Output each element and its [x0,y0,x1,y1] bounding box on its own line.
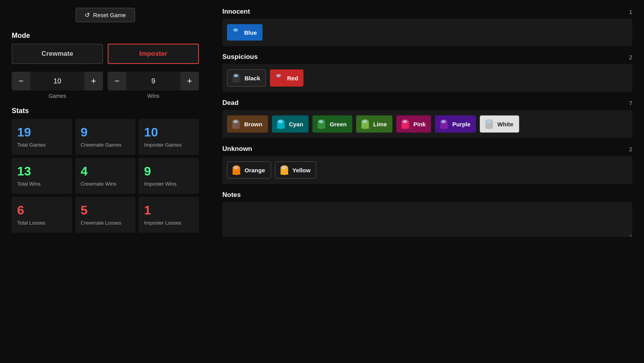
wins-counter-group: − 9 + Wins [108,72,199,99]
stat-label: Total Games [17,142,67,149]
player-chip-brown[interactable]: Brown [227,115,268,133]
player-chip-cyan[interactable]: Cyan [272,115,309,133]
category-unknown: Unknown 2 Orange Yellow [222,145,632,184]
reset-btn-row: ↺ Reset Game [12,8,199,22]
wins-label: Wins [147,93,159,99]
svg-rect-57 [286,172,288,175]
svg-rect-36 [401,126,404,129]
player-icon [273,72,285,84]
imposter-mode-button[interactable]: Imposter [108,44,199,64]
stat-number: 5 [81,203,130,218]
svg-point-19 [233,120,238,123]
player-chip-orange[interactable]: Orange [227,161,271,179]
reset-label: Reset Game [93,12,126,18]
category-body: Brown Cyan Green Lime [222,110,632,138]
category-header: Dead 7 [222,99,632,107]
svg-rect-32 [366,126,369,129]
svg-rect-27 [323,126,325,129]
svg-point-39 [403,120,407,123]
player-chip-red[interactable]: Red [270,69,303,87]
svg-rect-17 [237,126,240,129]
svg-rect-22 [282,126,285,129]
stat-card: 9 Imposter Wins [138,158,199,194]
stat-number: 9 [144,164,193,179]
stat-label: Imposter Wins [144,181,193,188]
wins-counter-controls: − 9 + [108,72,199,90]
player-icon [438,118,450,130]
reset-icon: ↺ [85,11,90,19]
svg-rect-2 [237,34,240,37]
stat-card: 10 Imposter Games [138,119,199,155]
svg-point-34 [362,120,367,123]
left-panel: ↺ Reset Game Mode Crewmate Imposter − 10… [0,0,211,363]
games-value: 10 [30,73,84,89]
svg-rect-37 [406,126,409,129]
svg-rect-11 [275,80,278,83]
player-chip-lime[interactable]: Lime [356,115,392,133]
stat-number: 10 [144,125,193,140]
player-name: Green [330,121,346,127]
reset-game-button[interactable]: ↺ Reset Game [76,8,135,22]
svg-point-14 [276,74,281,77]
svg-rect-12 [280,80,283,83]
notes-title: Notes [222,191,241,199]
svg-rect-26 [318,126,320,129]
svg-point-59 [282,166,286,169]
category-header: Innocent 1 [222,8,632,16]
stat-card: 13 Total Wins [12,158,72,194]
svg-point-24 [278,120,283,123]
player-icon [316,118,327,130]
category-title: Unknown [222,145,252,153]
svg-rect-31 [361,126,364,129]
category-count: 1 [629,9,632,15]
svg-rect-42 [445,126,448,129]
svg-rect-1 [232,34,235,37]
wins-increment-button[interactable]: + [180,72,199,90]
games-increment-button[interactable]: + [84,72,103,90]
player-chip-yellow[interactable]: Yellow [275,161,317,179]
stat-card: 4 Crewmate Wins [75,158,136,194]
stats-section: Stats 19 Total Games 9 Crewmate Games 10… [12,107,199,233]
stat-number: 6 [17,203,67,218]
player-name: Red [287,75,298,81]
player-icon [231,164,242,176]
player-icon [399,118,411,130]
player-chip-pink[interactable]: Pink [396,115,431,133]
stat-card: 9 Crewmate Games [75,119,136,155]
category-title: Innocent [222,8,250,16]
player-chip-white[interactable]: White [480,115,519,133]
category-body: Black Red [222,64,632,92]
stat-label: Total Wins [17,181,67,188]
player-name: Pink [413,121,426,127]
games-decrement-button[interactable]: − [12,72,30,90]
player-name: Purple [452,121,470,127]
category-count: 7 [629,100,632,106]
svg-rect-47 [490,126,493,129]
player-chip-green[interactable]: Green [312,115,352,133]
player-chip-purple[interactable]: Purple [435,115,476,133]
category-count: 2 [629,146,632,152]
mode-section: Mode Crewmate Imposter [12,32,199,64]
svg-rect-6 [232,80,235,83]
games-label: Games [48,93,66,99]
svg-point-9 [234,74,238,77]
svg-rect-21 [277,126,280,129]
stat-label: Crewmate Losses [81,220,130,227]
svg-point-29 [319,120,323,123]
player-icon [230,27,242,38]
svg-point-54 [234,166,238,169]
mode-buttons: Crewmate Imposter [12,44,199,64]
player-name: Brown [244,121,263,127]
player-chip-black[interactable]: Black [227,69,266,87]
player-chip-blue[interactable]: Blue [227,24,263,41]
player-name: Blue [244,29,257,36]
crewmate-mode-button[interactable]: Crewmate [12,44,103,64]
player-name: Yellow [293,167,311,174]
stat-card: 5 Crewmate Losses [75,197,136,233]
svg-rect-7 [238,80,240,83]
stat-label: Imposter Losses [144,220,193,227]
wins-decrement-button[interactable]: − [108,72,126,90]
category-title: Dead [222,99,239,107]
notes-textarea[interactable] [222,202,632,237]
category-header: Suspicious 2 [222,53,632,61]
